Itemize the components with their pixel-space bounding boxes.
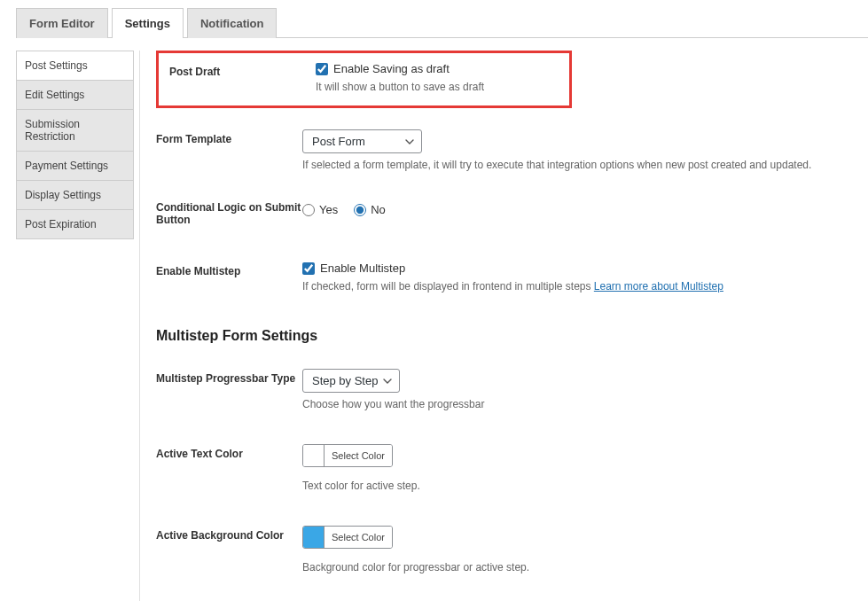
active-bg-color-swatch: [303, 527, 325, 548]
top-tabs: Form Editor Settings Notification: [16, 7, 868, 38]
form-template-help: If selected a form template, it will try…: [302, 159, 852, 171]
tab-settings[interactable]: Settings: [112, 8, 184, 38]
progressbar-type-value: Step by Step: [312, 374, 378, 387]
active-bg-color-picker[interactable]: Select Color: [302, 526, 393, 549]
enable-multistep-help: If checked, form will be displayed in fr…: [302, 280, 852, 293]
post-draft-label: Post Draft: [169, 62, 316, 78]
active-text-color-label: Active Text Color: [156, 444, 302, 460]
active-text-color-swatch: [303, 445, 325, 466]
learn-more-multistep-link[interactable]: Learn more about Multistep: [594, 280, 723, 293]
active-text-color-btn-label: Select Color: [325, 445, 392, 466]
form-template-value: Post Form: [312, 135, 365, 148]
tab-form-editor[interactable]: Form Editor: [16, 8, 108, 38]
sidebar-item-payment-settings[interactable]: Payment Settings: [16, 152, 134, 181]
tab-notification[interactable]: Notification: [187, 8, 278, 38]
form-template-label: Form Template: [156, 129, 302, 145]
sidebar-item-post-expiration[interactable]: Post Expiration: [16, 210, 134, 239]
post-draft-highlight: Post Draft Enable Saving as draft It wil…: [156, 51, 572, 108]
active-bg-color-label: Active Background Color: [156, 526, 302, 542]
active-text-color-picker[interactable]: Select Color: [302, 444, 393, 467]
enable-saving-draft-checkbox[interactable]: [316, 63, 328, 75]
multistep-form-settings-heading: Multistep Form Settings: [156, 328, 852, 344]
progressbar-type-help: Choose how you want the progressbar: [302, 398, 852, 410]
conditional-no-label: No: [371, 203, 386, 216]
sidebar-item-edit-settings[interactable]: Edit Settings: [16, 81, 134, 110]
chevron-down-icon: [383, 379, 392, 384]
settings-content: Post Draft Enable Saving as draft It wil…: [139, 51, 852, 601]
settings-sidebar: Post Settings Edit Settings Submission R…: [16, 51, 134, 601]
sidebar-item-post-settings[interactable]: Post Settings: [16, 51, 134, 81]
enable-multistep-label: Enable Multistep: [156, 261, 302, 277]
progressbar-type-label: Multistep Progressbar Type: [156, 369, 302, 385]
conditional-yes-radio[interactable]: [302, 204, 315, 216]
enable-multistep-help-text: If checked, form will be displayed in fr…: [302, 280, 594, 293]
enable-saving-draft-label: Enable Saving as draft: [333, 62, 450, 75]
form-template-select[interactable]: Post Form: [302, 129, 422, 153]
conditional-logic-radio-group: Yes No: [302, 203, 852, 216]
enable-multistep-checkbox[interactable]: [302, 262, 315, 275]
conditional-yes-label: Yes: [319, 203, 338, 216]
active-bg-color-btn-label: Select Color: [325, 527, 392, 548]
post-draft-help: It will show a button to save as draft: [316, 81, 559, 93]
progressbar-type-select[interactable]: Step by Step: [302, 369, 400, 393]
active-text-color-help: Text color for active step.: [302, 480, 852, 492]
active-bg-color-help: Background color for progressbar or acti…: [302, 561, 852, 574]
enable-multistep-chk-label: Enable Multistep: [320, 261, 405, 275]
chevron-down-icon: [405, 139, 414, 144]
conditional-logic-label: Conditional Logic on Submit Button: [156, 201, 302, 226]
sidebar-item-display-settings[interactable]: Display Settings: [16, 181, 134, 210]
sidebar-item-submission-restriction[interactable]: Submission Restriction: [16, 110, 134, 152]
conditional-no-radio[interactable]: [354, 204, 366, 216]
